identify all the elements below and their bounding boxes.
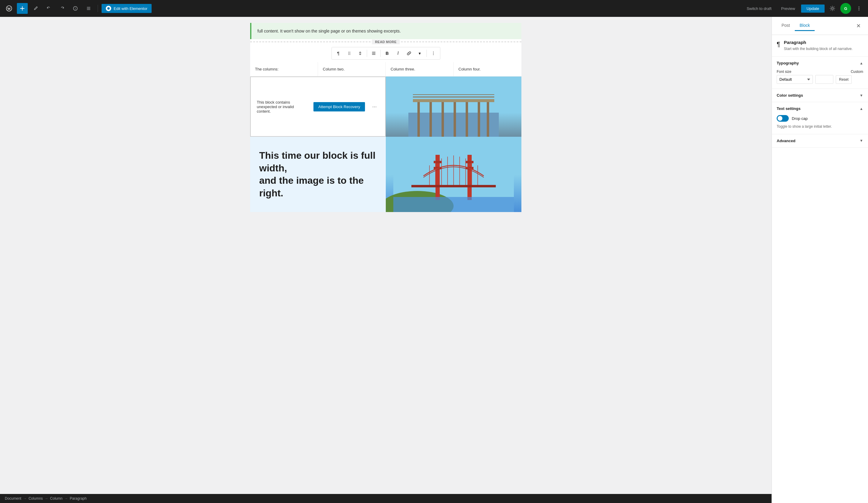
custom-label: Custom	[851, 70, 863, 74]
breadcrumb-sep-2: →	[45, 496, 48, 501]
read-more-label: READ MORE	[372, 40, 400, 44]
block-more-options-btn[interactable]	[428, 49, 438, 58]
svg-point-9	[349, 52, 350, 52]
bridge-image	[386, 76, 521, 137]
block-error-more-btn[interactable]: ···	[370, 102, 379, 111]
column-2: Column two.	[318, 62, 386, 76]
block-toolbar: ¶ B I ▾	[331, 47, 440, 60]
block-tab[interactable]: Block	[795, 20, 815, 31]
toolbar-sep-2	[380, 50, 381, 57]
update-button[interactable]: Update	[801, 4, 825, 13]
excerpt-block: full content. It won't show on the singl…	[250, 23, 521, 39]
golden-gate-svg	[386, 137, 521, 212]
breadcrumb-sep-3: →	[64, 496, 68, 501]
typography-section-toggle[interactable]: Typography ▲	[772, 56, 868, 70]
svg-rect-23	[466, 101, 468, 137]
drop-cap-toggle[interactable]	[777, 115, 789, 122]
text-settings-chevron-up: ▲	[860, 107, 863, 111]
svg-point-14	[433, 52, 433, 52]
breadcrumb-paragraph[interactable]: Paragraph	[70, 496, 86, 501]
paragraph-icon: ¶	[777, 40, 780, 48]
svg-rect-35	[466, 161, 474, 163]
svg-point-12	[348, 54, 349, 55]
move-up-down-btn[interactable]	[355, 49, 365, 58]
block-error-text: This block contains unexpected or invali…	[257, 100, 309, 114]
typography-section: Typography ▲ Font size Custom Default Sm…	[772, 56, 868, 89]
drop-cap-hint: Toggle to show a large initial letter.	[777, 124, 863, 129]
sidebar-tabs: Post Block	[777, 20, 815, 31]
italic-btn[interactable]: I	[393, 49, 403, 58]
color-settings-toggle[interactable]: Color settings ▼	[772, 89, 868, 102]
edit-with-elementor-button[interactable]: Edit with Elementor	[102, 4, 152, 13]
svg-point-10	[348, 53, 349, 54]
main-layout: full content. It won't show on the singl…	[0, 17, 868, 503]
color-settings-section: Color settings ▼	[772, 89, 868, 102]
topbar: W i Edit with Elementor Switch to draft …	[0, 0, 868, 17]
block-details: Paragraph Start with the building block …	[784, 40, 852, 52]
sidebar-close-button[interactable]: ✕	[854, 21, 863, 31]
undo-button[interactable]	[43, 3, 54, 14]
post-tab[interactable]: Post	[777, 20, 795, 31]
reset-font-size-button[interactable]: Reset	[836, 75, 852, 84]
font-size-inputs: Default Small Normal Large Huge Reset	[777, 75, 863, 84]
full-width-text-container: This time our block is full width, and t…	[250, 137, 386, 212]
advanced-section: Advanced ▼	[772, 134, 868, 148]
svg-rect-22	[454, 99, 456, 137]
sidebar-header: Post Block ✕	[772, 17, 868, 35]
add-block-button[interactable]	[17, 3, 28, 14]
bridge-svg	[386, 76, 521, 137]
link-btn[interactable]	[404, 49, 414, 58]
svg-point-6	[859, 8, 860, 9]
font-size-labels-row: Font size Custom	[777, 70, 863, 74]
sidebar: Post Block ✕ ¶ Paragraph Start with the …	[772, 17, 868, 503]
dashed-line-right	[386, 42, 521, 42]
breadcrumb-document[interactable]: Document	[5, 496, 21, 501]
svg-rect-26	[413, 99, 494, 102]
typography-body: Font size Custom Default Small Normal La…	[772, 70, 868, 88]
svg-point-15	[433, 53, 433, 54]
edit-pen-button[interactable]	[30, 3, 41, 14]
split-block: This block contains unexpected or invali…	[250, 76, 521, 137]
drag-handle-btn[interactable]	[344, 49, 354, 58]
font-size-number-input[interactable]	[815, 75, 833, 84]
color-settings-title: Color settings	[777, 93, 803, 97]
column-1: The columns:	[250, 62, 318, 76]
advanced-chevron: ▼	[860, 138, 863, 143]
toolbar-sep-3	[426, 50, 427, 57]
switch-to-draft-button[interactable]: Switch to draft	[743, 4, 775, 13]
list-view-button[interactable]	[83, 3, 94, 14]
green-circle-button[interactable]: G	[840, 3, 851, 14]
text-settings-toggle[interactable]: Text settings ▲	[772, 102, 868, 115]
wp-logo: W	[3, 3, 14, 14]
color-settings-chevron: ▼	[860, 93, 863, 97]
more-options-button[interactable]	[854, 3, 865, 14]
toolbar-sep-1	[367, 50, 367, 57]
svg-text:i: i	[75, 7, 76, 10]
svg-rect-25	[487, 101, 489, 137]
more-rich-text-btn[interactable]: ▾	[415, 49, 425, 58]
breadcrumb-columns[interactable]: Columns	[29, 496, 43, 501]
redo-button[interactable]	[56, 3, 68, 14]
breadcrumb-sep-1: →	[23, 496, 27, 501]
block-error-container: This block contains unexpected or invali…	[250, 76, 386, 137]
full-width-block: This time our block is full width, and t…	[250, 137, 521, 212]
block-name: Paragraph	[784, 40, 852, 45]
font-size-label: Font size	[777, 70, 792, 74]
edit-elementor-label: Edit with Elementor	[114, 6, 147, 11]
dashed-line-left	[250, 42, 386, 42]
text-align-btn[interactable]	[369, 49, 379, 58]
settings-button[interactable]	[827, 3, 838, 14]
advanced-toggle[interactable]: Advanced ▼	[772, 134, 868, 147]
font-size-select[interactable]: Default Small Normal Large Huge	[777, 75, 813, 84]
preview-button[interactable]: Preview	[778, 4, 799, 13]
attempt-block-recovery-button[interactable]: Attempt Block Recovery	[313, 102, 365, 112]
paragraph-icon-btn[interactable]: ¶	[334, 49, 343, 58]
editor-content: full content. It won't show on the singl…	[250, 23, 521, 212]
drop-cap-toggle-row: Drop cap	[777, 115, 863, 122]
info-button[interactable]: i	[70, 3, 81, 14]
bold-btn[interactable]: B	[382, 49, 392, 58]
breadcrumb-column[interactable]: Column	[50, 496, 62, 501]
elementor-logo	[106, 6, 111, 11]
svg-point-13	[349, 54, 350, 55]
column-4: Column four.	[454, 62, 521, 76]
